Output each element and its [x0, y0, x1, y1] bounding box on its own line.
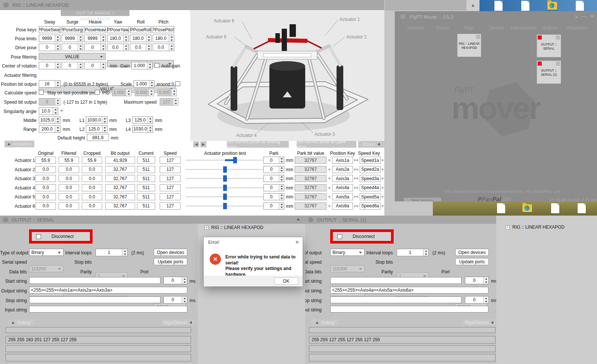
- position-key-next-button[interactable]: >: [354, 158, 356, 162]
- speed-key-value[interactable]: Speed4a: [360, 184, 381, 191]
- menu-outputs[interactable]: Outputs: [537, 25, 563, 31]
- spinner-arrows-icon[interactable]: [55, 81, 60, 87]
- spinner-arrows-icon[interactable]: [78, 62, 83, 69]
- pose-limit-spinner[interactable]: 9999: [39, 35, 60, 42]
- speed-key-next-button[interactable]: >: [381, 186, 384, 190]
- stop-string-input[interactable]: [330, 296, 462, 303]
- output-string-input[interactable]: <255><255><Axis1a><Axis2a><Axis3a>: [29, 287, 187, 294]
- open-devices-button[interactable]: Open devices: [154, 249, 187, 256]
- debug-tab[interactable]: Debug: [312, 319, 338, 326]
- park-spinner[interactable]: 0: [263, 184, 284, 191]
- position-test-slider[interactable]: [223, 194, 227, 200]
- position-key-next-button[interactable]: >: [354, 186, 356, 190]
- menu-directs[interactable]: Directs: [483, 25, 510, 31]
- expand-icon[interactable]: +: [506, 225, 510, 229]
- position-key-prev-button[interactable]: <: [328, 186, 331, 190]
- serial-titlebar[interactable]: OUTPUT :: SERIAL: [0, 216, 305, 224]
- type-of-output-select[interactable]: Binary: [29, 249, 63, 256]
- position-test-slider[interactable]: [223, 175, 227, 182]
- position-key-next-button[interactable]: >: [354, 195, 356, 199]
- position-key-next-button[interactable]: >: [354, 176, 356, 181]
- position-key-value[interactable]: Axis4a: [332, 184, 353, 191]
- document-icon[interactable]: [578, 203, 586, 213]
- position-key-value[interactable]: Axis2a: [332, 166, 353, 173]
- collapse-up-icon[interactable]: [297, 218, 300, 220]
- disconnect-toggle[interactable]: Disconnect: [33, 232, 88, 241]
- pose-limit-spinner[interactable]: 9999: [84, 35, 106, 42]
- disconnect-checkbox[interactable]: [337, 234, 342, 239]
- drive-pose-spinner[interactable]: 0: [84, 44, 106, 51]
- folder-icon[interactable]: [522, 204, 532, 212]
- spinner-arrows-icon[interactable]: [149, 81, 154, 87]
- rigs-directs-tab[interactable]: Rigs/Directs: [161, 319, 194, 326]
- menu-rigs[interactable]: Rigs: [456, 25, 483, 31]
- set-driving-pose-button[interactable]: Set current pose as driving pose: [227, 141, 289, 148]
- document-icon[interactable]: [497, 203, 505, 213]
- spinner-arrows-icon[interactable]: [279, 185, 284, 191]
- drive-pose-spinner[interactable]: 0.0: [153, 44, 174, 51]
- position-key-prev-button[interactable]: <: [328, 204, 331, 208]
- auto-gain-checkbox[interactable]: [154, 63, 159, 68]
- pid-checkbox[interactable]: [95, 90, 100, 95]
- speed-key-next-button[interactable]: >: [381, 167, 384, 172]
- spinner-arrows-icon[interactable]: [78, 44, 83, 51]
- l3-spinner[interactable]: 125.0: [132, 116, 153, 124]
- ok-button[interactable]: OK: [274, 277, 298, 285]
- document-icon[interactable]: [494, 1, 503, 11]
- spinner-arrows-icon[interactable]: [100, 44, 106, 51]
- park-spinner[interactable]: 0: [263, 175, 284, 182]
- start-delay-spinner[interactable]: 0: [163, 277, 187, 284]
- paypal-link[interactable]: PPayPal.Me: [478, 196, 511, 201]
- pose-key-input[interactable]: PPosePitch: [153, 26, 174, 33]
- spinner-arrows-icon[interactable]: [279, 175, 284, 182]
- view-next-button[interactable]: ►: [200, 141, 206, 147]
- spinner-arrows-icon[interactable]: [100, 62, 106, 69]
- park-spinner[interactable]: 0: [263, 193, 284, 200]
- park-spinner[interactable]: 0: [263, 203, 284, 210]
- spinner-arrows-icon[interactable]: [55, 35, 60, 42]
- pose-limit-spinner[interactable]: 180.0: [153, 35, 174, 42]
- speed-key-next-button[interactable]: >: [381, 158, 384, 162]
- spinner-arrows-icon[interactable]: [53, 108, 58, 114]
- drive-pose-spinner[interactable]: 0: [39, 44, 60, 51]
- speed-key-value[interactable]: Speed6a: [360, 203, 381, 210]
- middle-spinner[interactable]: 1025.0: [39, 116, 60, 124]
- spinner-arrows-icon[interactable]: [182, 277, 187, 284]
- pose-key-input[interactable]: PPoseYaw: [107, 26, 129, 33]
- spinner-arrows-icon[interactable]: [279, 166, 284, 173]
- document-icon[interactable]: [576, 1, 584, 11]
- view-prev-button[interactable]: ◄: [193, 141, 199, 147]
- speed-key-next-button[interactable]: >: [381, 176, 384, 181]
- position-bit-spinner[interactable]: 16: [39, 80, 60, 88]
- speed-key-value[interactable]: Speed2a: [360, 166, 381, 173]
- update-ports-button[interactable]: Update ports: [455, 258, 489, 265]
- start-string-input[interactable]: [330, 277, 462, 284]
- spinner-arrows-icon[interactable]: [123, 35, 128, 42]
- spinner-arrows-icon[interactable]: [102, 117, 107, 123]
- rig-tree-node[interactable]: + RIG :: LINEAR HEXAPOD: [506, 225, 565, 230]
- menu-poses[interactable]: Poses: [429, 25, 456, 31]
- position-test-slider[interactable]: [233, 157, 237, 163]
- scale-spinner[interactable]: 1.000: [134, 80, 154, 88]
- input-string-input[interactable]: [330, 306, 488, 313]
- new-version-button[interactable]: New version available!: [404, 198, 441, 201]
- pose-limit-spinner[interactable]: 180.0: [107, 35, 129, 42]
- start-string-input[interactable]: [29, 277, 160, 284]
- spinner-arrows-icon[interactable]: [78, 35, 83, 42]
- spinner-arrows-icon[interactable]: [147, 62, 152, 69]
- spinner-arrows-icon[interactable]: [279, 203, 284, 209]
- spinner-arrows-icon[interactable]: [483, 277, 488, 284]
- pose-filtering-select-1[interactable]: VALUE: [39, 53, 106, 60]
- spinner-arrows-icon[interactable]: [102, 126, 107, 132]
- debug-output-box[interactable]: 255 255 163 201 127 255 127 255: [6, 336, 191, 343]
- interval-loops-spinner[interactable]: 1: [96, 249, 128, 256]
- close-button[interactable]: ✕: [590, 13, 594, 19]
- park-spinner[interactable]: 0: [263, 157, 284, 164]
- spinner-arrows-icon[interactable]: [55, 117, 60, 123]
- l2-spinner[interactable]: 125.0: [86, 125, 107, 133]
- pose-key-input[interactable]: PPoseHeave: [84, 26, 106, 33]
- speed-key-prev-button[interactable]: <: [356, 195, 359, 199]
- expand-icon[interactable]: +: [204, 226, 209, 230]
- update-ports-button[interactable]: Update ports: [154, 258, 187, 265]
- spinner-arrows-icon[interactable]: [122, 249, 127, 256]
